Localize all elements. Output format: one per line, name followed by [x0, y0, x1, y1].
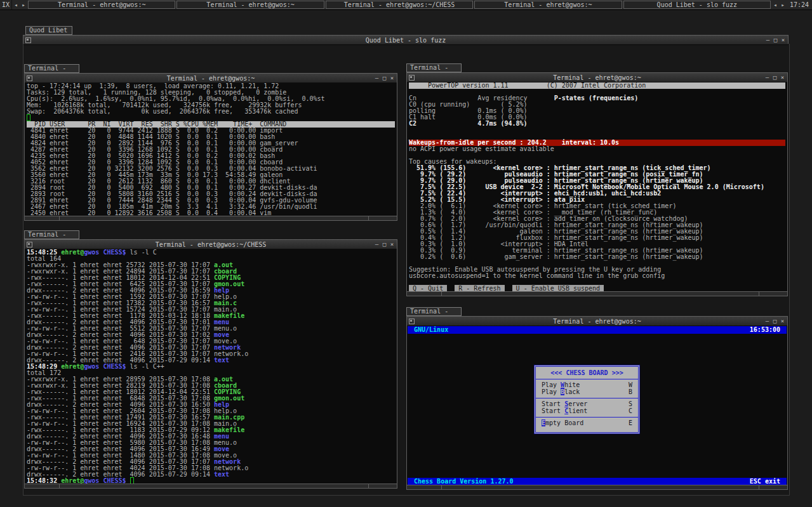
close-button[interactable]: ×: [389, 75, 395, 82]
terminal-line: usbcore.autosuspend=1 to the kernel comm…: [409, 273, 785, 279]
menu-item-label: Play White: [542, 381, 580, 388]
menu-divider: [536, 398, 638, 398]
menu-item-label: Play Black: [542, 388, 580, 395]
terminal-chessls-title: Terminal - ehret@gwos:~/CHESS: [25, 240, 397, 249]
resize-grip[interactable]: [407, 291, 787, 296]
terminal-line: Swap: 2064376k total, 0k used, 2064376k …: [27, 109, 395, 115]
minimize-button[interactable]: –: [764, 74, 770, 81]
window-terminal-powertop: Terminal - ehret@gwos:~ – □ × PowerTOP v…: [406, 72, 788, 296]
terminal-powertop-title: Terminal - ehret@gwos:~: [407, 74, 787, 82]
terminal-powertop-tab[interactable]: Terminal -: [406, 63, 462, 72]
terminal-line: 15:48:29 ehret@gwos CHESS$ ls -l C++: [27, 364, 395, 370]
close-button[interactable]: ×: [389, 241, 395, 248]
close-button[interactable]: ×: [780, 318, 785, 325]
window-terminal-chessboard: Terminal - ehret@gwos:~ – □ × GNU/Linux …: [406, 316, 788, 490]
os-label: GNU/Linux: [414, 326, 448, 334]
maximize-button[interactable]: □: [772, 74, 778, 81]
chess-menu-title: <<< CHESS BOARD >>>: [536, 370, 638, 376]
terminal-top-screen[interactable]: top - 17:24:14 up 1:39, 8 users, load av…: [25, 82, 397, 217]
taskbar-window-list: Terminal - ehret@gwos:~ Terminal - ehret…: [27, 0, 771, 10]
menu-item-key: W: [629, 381, 632, 388]
terminal-chessboard-tab[interactable]: Terminal -: [406, 307, 462, 316]
menu-item-label: Empty Board: [542, 419, 583, 426]
menu-item-start-server[interactable]: Start Server S: [536, 400, 638, 407]
menu-divider: [536, 379, 638, 379]
chess-clock: 16:53:00: [750, 326, 780, 334]
window-menu-icon[interactable]: [25, 37, 31, 43]
next-workspace-icon[interactable]: ▶: [20, 0, 27, 10]
menu-item-label: Start Server: [542, 400, 587, 407]
taskbar-tab-terminal-3[interactable]: Terminal - ehret@gwos:~: [474, 1, 622, 9]
taskbar-tab-quodlibet[interactable]: Quod Libet - slo fuzz: [623, 1, 771, 9]
terminal-line: 0.2% ( 0.6) gam_server : hrtimer_start_r…: [409, 254, 785, 260]
terminal-line: [409, 127, 785, 133]
window-terminal-top: Terminal - ehret@gwos:~ – □ × top - 17:2…: [24, 73, 397, 221]
terminal-chessboard-screen[interactable]: GNU/Linux 16:53:00 <<< CHESS BOARD >>> P…: [407, 326, 787, 486]
menu-item-label: Start Client: [542, 407, 587, 414]
menu-item-empty-board[interactable]: Empty Board E: [536, 419, 638, 426]
chess-board-menu: <<< CHESS BOARD >>> Play White W Play Bl…: [534, 365, 640, 434]
terminal-line: PowerTOP version 1.11 (C) 2007 Intel Cor…: [409, 82, 785, 89]
window-menu-icon[interactable]: [27, 76, 32, 81]
close-button[interactable]: ×: [780, 74, 785, 81]
clock: 17:24: [787, 0, 812, 10]
terminal-line: C2 4.7ms (94.8%): [409, 121, 785, 127]
resize-grip[interactable]: [407, 485, 787, 489]
minimize-button[interactable]: –: [765, 37, 771, 44]
taskbar-tab-terminal-2[interactable]: Terminal - ehret@gwos:~: [176, 1, 324, 9]
next-window-icon[interactable]: ▶: [779, 0, 787, 10]
menu-item-start-client[interactable]: Start Client C: [536, 407, 638, 414]
prev-window-icon[interactable]: ◀: [771, 0, 779, 10]
terminal-line: 15:48:25 ehret@gwos CHESS$ ls -l C: [27, 249, 395, 256]
close-button[interactable]: ×: [780, 37, 786, 44]
chess-status-bar: GNU/Linux 16:53:00: [408, 326, 787, 334]
window-menu-icon[interactable]: [27, 242, 32, 247]
quodlibet-titlebar[interactable]: Quod Libet - slo fuzz – □ ×: [23, 36, 788, 45]
terminal-top-title: Terminal - ehret@gwos:~: [25, 74, 397, 82]
maximize-button[interactable]: □: [772, 318, 778, 325]
resize-grip[interactable]: [25, 216, 397, 220]
taskbar-tab-terminal-chess[interactable]: Terminal - ehret@gwos:~/CHESS: [326, 1, 473, 9]
workspace-label[interactable]: IX: [0, 0, 12, 10]
window-menu-icon[interactable]: [409, 319, 415, 324]
terminal-chessls-screen[interactable]: 15:48:25 ehret@gwos CHESS$ ls -l Ctotal …: [25, 249, 397, 486]
quodlibet-window-title: Quod Libet - slo fuzz: [23, 36, 788, 44]
prev-workspace-icon[interactable]: ◀: [12, 0, 20, 10]
minimize-button[interactable]: –: [764, 318, 770, 325]
minimize-button[interactable]: –: [374, 75, 380, 82]
menu-item-play-black[interactable]: Play Black B: [536, 388, 638, 395]
terminal-chessboard-titlebar[interactable]: Terminal - ehret@gwos:~ – □ ×: [407, 317, 787, 326]
maximize-button[interactable]: □: [382, 75, 387, 82]
window-menu-icon[interactable]: [409, 75, 415, 81]
taskbar-tab-terminal-1[interactable]: Terminal - ehret@gwos:~: [28, 1, 175, 9]
menu-item-play-white[interactable]: Play White W: [536, 381, 638, 388]
window-quodlibet: Quod Libet - slo fuzz – □ ×: [23, 35, 789, 44]
menu-item-key: S: [629, 400, 632, 407]
terminal-chessls-tab[interactable]: Terminal -: [24, 230, 79, 239]
terminal-top-tab[interactable]: Terminal -: [24, 64, 79, 73]
terminal-powertop-titlebar[interactable]: Terminal - ehret@gwos:~ – □ ×: [407, 73, 787, 82]
maximize-button[interactable]: □: [773, 37, 778, 44]
terminal-top-titlebar[interactable]: Terminal - ehret@gwos:~ – □ ×: [25, 74, 397, 83]
quodlibet-window-tab[interactable]: Quod Libet: [25, 26, 72, 35]
maximize-button[interactable]: □: [382, 241, 387, 248]
resize-grip[interactable]: [25, 484, 397, 488]
menu-item-key: C: [629, 407, 632, 414]
minimize-button[interactable]: –: [374, 241, 380, 248]
menu-item-key: B: [629, 388, 632, 395]
terminal-chessls-titlebar[interactable]: Terminal - ehret@gwos:~/CHESS – □ ×: [25, 240, 397, 249]
terminal-chessboard-title: Terminal - ehret@gwos:~: [407, 317, 787, 326]
window-terminal-chessls: Terminal - ehret@gwos:~/CHESS – □ × 15:4…: [24, 239, 397, 489]
menu-item-key: E: [629, 419, 632, 426]
menu-divider: [536, 417, 638, 418]
terminal-line: no ACPI power usage estimate available: [409, 146, 785, 152]
taskbar: IX ◀ ▶ Terminal - ehret@gwos:~ Terminal …: [0, 0, 812, 10]
terminal-powertop-screen[interactable]: PowerTOP version 1.11 (C) 2007 Intel Cor…: [407, 82, 787, 294]
